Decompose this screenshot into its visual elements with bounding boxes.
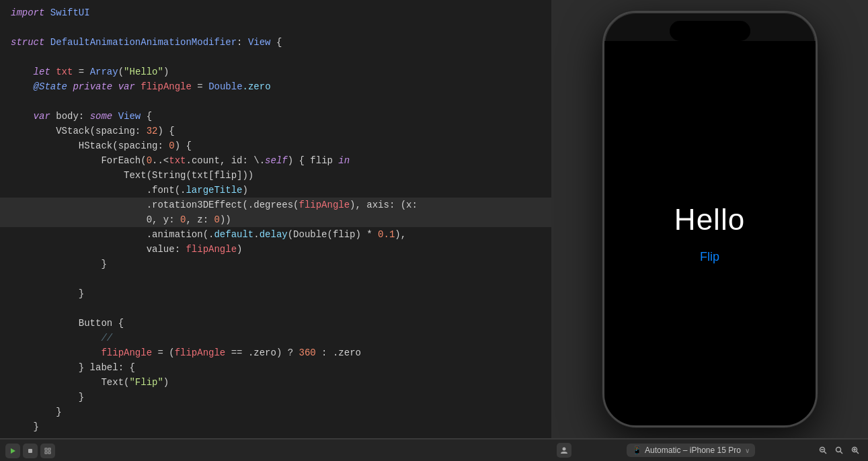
code-line: 0, y: 0, z: 0)) xyxy=(0,212,551,227)
code-token: .animation(. xyxy=(11,227,214,242)
code-token: // xyxy=(101,331,112,345)
device-selector[interactable]: 📱 Automatic – iPhone 15 Pro ∨ xyxy=(627,444,755,457)
code-token: 32 xyxy=(147,124,158,138)
svg-rect-5 xyxy=(48,452,50,454)
code-token: 360 xyxy=(299,345,316,360)
stop-button[interactable] xyxy=(23,444,38,458)
code-token: value: xyxy=(11,242,186,257)
code-token: VStack(spacing: xyxy=(11,124,147,138)
code-line: } xyxy=(0,257,551,271)
chevron-down-icon: ∨ xyxy=(745,447,750,454)
code-token: self xyxy=(265,153,288,168)
code-token: .font(. xyxy=(11,183,186,198)
zoom-in-button[interactable] xyxy=(848,443,863,458)
flip-button[interactable]: Flip xyxy=(700,250,719,264)
code-token: .rotation3DEffect( xyxy=(11,198,248,212)
code-token: ) xyxy=(163,375,169,390)
code-line: flipAngle = (flipAngle == .zero) ? 360 :… xyxy=(0,345,551,360)
code-token: 0 xyxy=(147,153,152,168)
code-token: SwiftUI xyxy=(50,5,90,20)
svg-point-10 xyxy=(836,448,840,452)
code-token: txt xyxy=(56,65,73,79)
code-line xyxy=(0,20,551,35)
code-line xyxy=(0,271,551,286)
code-token: = xyxy=(192,79,208,94)
code-token: "Hello" xyxy=(124,65,163,79)
preview-bottom-section: 📱 Automatic – iPhone 15 Pro ∨ xyxy=(551,439,868,461)
code-line: Button { xyxy=(0,316,551,331)
code-line: // xyxy=(0,331,551,345)
code-token: .zero xyxy=(243,79,271,94)
code-token: ForEach( xyxy=(11,153,147,168)
code-token: struct xyxy=(11,35,44,50)
svg-line-8 xyxy=(824,452,826,454)
code-token: ) xyxy=(163,65,169,79)
code-token: : .zero xyxy=(316,345,361,360)
code-token: )) xyxy=(220,212,231,227)
preview-panel: Hello Flip xyxy=(551,0,868,438)
phone-container: Hello Flip xyxy=(602,11,818,427)
code-line: VStack(spacing: 32) { xyxy=(0,124,551,138)
code-token: flipAngle xyxy=(141,79,192,94)
code-token xyxy=(11,345,101,360)
grid-button[interactable] xyxy=(40,444,55,458)
zoom-reset-button[interactable] xyxy=(832,443,846,458)
code-token: var xyxy=(118,79,135,94)
code-bottom-section xyxy=(0,439,551,461)
code-line: @State private var flipAngle = Double.ze… xyxy=(0,79,551,94)
code-token: == .zero) ? xyxy=(225,345,299,360)
code-line: let txt = Array("Hello") xyxy=(0,65,551,79)
code-token: 0.1 xyxy=(378,227,395,242)
code-token xyxy=(112,109,118,124)
svg-point-6 xyxy=(563,448,566,451)
code-line: .animation(.default.delay(Double(flip) *… xyxy=(0,227,551,242)
code-line: } xyxy=(0,405,551,419)
code-token: default xyxy=(214,227,253,242)
code-token: } label: { xyxy=(11,360,135,375)
code-token: .degrees( xyxy=(248,198,299,212)
code-token: Button { xyxy=(11,316,124,331)
code-token: import xyxy=(11,5,44,20)
code-token: } xyxy=(11,286,84,301)
code-token: DefaultAnimationAnimationModifier xyxy=(50,35,237,50)
code-line: } label: { xyxy=(0,360,551,375)
code-token: HStack(spacing: xyxy=(11,138,169,153)
code-token: delay xyxy=(260,227,288,242)
code-line: .font(.largeTitle) xyxy=(0,183,551,198)
code-editor: import SwiftUI struct DefaultAnimationAn… xyxy=(0,0,551,438)
code-line: } xyxy=(0,390,551,405)
code-token: 0, y: xyxy=(11,212,180,227)
zoom-out-button[interactable] xyxy=(816,443,830,458)
code-token: ) { xyxy=(175,138,192,153)
dynamic-island xyxy=(670,21,750,41)
code-line: var body: some View { xyxy=(0,109,551,124)
code-token: View xyxy=(248,35,271,50)
code-token: @State xyxy=(34,79,67,94)
code-token: largeTitle xyxy=(186,183,242,198)
code-line: value: flipAngle) xyxy=(0,242,551,257)
device-icon: 📱 xyxy=(632,446,642,455)
svg-rect-2 xyxy=(45,448,47,450)
zoom-controls xyxy=(816,443,863,458)
code-line: Text(String(txt[flip])) xyxy=(0,168,551,183)
svg-rect-4 xyxy=(45,452,47,454)
svg-line-13 xyxy=(856,452,859,454)
code-token: : xyxy=(237,35,248,50)
code-line: .rotation3DEffect(.degrees(flipAngle), a… xyxy=(0,198,551,212)
phone-screen: Hello Flip xyxy=(604,41,816,425)
code-token: } xyxy=(11,405,62,419)
svg-rect-3 xyxy=(48,448,50,450)
code-token: body: xyxy=(50,109,90,124)
code-token: 0 xyxy=(214,212,219,227)
code-token: = xyxy=(73,65,89,79)
code-line: struct DefaultAnimationAnimationModifier… xyxy=(0,35,551,50)
code-token: .count, id: \. xyxy=(186,153,265,168)
code-token xyxy=(135,79,141,94)
person-icon-button[interactable] xyxy=(557,443,571,458)
run-button[interactable] xyxy=(5,444,20,458)
device-label: Automatic – iPhone 15 Pro xyxy=(645,446,741,455)
code-token: Array xyxy=(90,65,118,79)
code-panel: import SwiftUI struct DefaultAnimationAn… xyxy=(0,0,551,438)
code-token: Double xyxy=(208,79,242,94)
code-token xyxy=(44,5,50,20)
